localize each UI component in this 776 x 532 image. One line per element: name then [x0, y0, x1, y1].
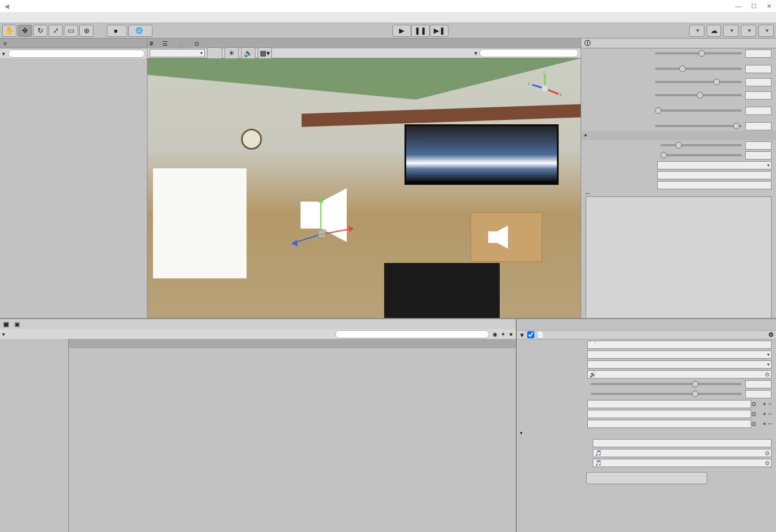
tab-project[interactable]: ▣: [3, 321, 9, 328]
maximize-icon[interactable]: ☐: [751, 3, 757, 10]
project-breadcrumb[interactable]: [69, 339, 516, 348]
orientation-gizmo-icon[interactable]: y x z: [526, 69, 564, 108]
scene-sofa: [384, 263, 500, 318]
volume-slider[interactable]: [655, 68, 742, 70]
scene-search[interactable]: [479, 49, 578, 57]
spatial-slider[interactable]: [655, 109, 742, 112]
scene-clock: [241, 129, 262, 150]
scale-tool[interactable]: ⤢: [48, 25, 63, 37]
script-field[interactable]: 📄: [587, 341, 772, 349]
on-stop-field[interactable]: [587, 410, 751, 418]
tab-game[interactable]: ☰: [162, 40, 170, 47]
spread-slider[interactable]: [660, 154, 742, 156]
svg-text:y: y: [543, 69, 545, 74]
max-pitch-input[interactable]: [745, 390, 772, 398]
playback-style-dropdown[interactable]: [587, 360, 772, 369]
vrc-audiobank-header[interactable]: ▼📄 ⚙: [517, 330, 776, 339]
account-button[interactable]: [723, 25, 739, 37]
gizmos-dropdown[interactable]: ▾: [474, 50, 477, 56]
clips-header[interactable]: ▼: [517, 429, 776, 438]
hierarchy-tab[interactable]: ≡: [0, 39, 147, 48]
cloud-icon[interactable]: ☁: [707, 25, 721, 37]
rolloff-chart[interactable]: [586, 196, 772, 318]
inspector-lower: ▼📄 ⚙ 📄 🔊⊙ ⊙+ − ⊙+ − ⊙+ − ▼ 🎵⊙ 🎵⊙: [516, 319, 776, 532]
volume-input[interactable]: [745, 65, 772, 73]
tab-scene[interactable]: #: [150, 40, 155, 47]
on-change-field[interactable]: [587, 420, 751, 428]
hierarchy-tree[interactable]: [0, 58, 147, 318]
hierarchy-create[interactable]: ▾: [2, 51, 5, 57]
scene-whiteboard: [153, 168, 247, 278]
scene-tv: [405, 124, 559, 185]
main-toolbar: ✋ ✥ ↻ ⤢ ▭ ⊕ ■ 🌐 ▶ ❚❚ ▶❚ ☁: [0, 23, 776, 39]
playback-order-dropdown[interactable]: [587, 350, 772, 359]
project-folder-tree[interactable]: [0, 339, 69, 532]
on-play-field[interactable]: [587, 400, 751, 408]
doppler-slider[interactable]: [660, 144, 742, 146]
filter-icon[interactable]: ◉: [493, 331, 498, 337]
pivot-button[interactable]: ■: [107, 25, 127, 37]
vrc-enabled-checkbox[interactable]: [527, 331, 534, 338]
mode-2d[interactable]: [207, 47, 222, 59]
hierarchy-panel: ≡ ▾: [0, 39, 147, 318]
close-icon[interactable]: ✕: [767, 3, 772, 10]
svg-marker-5: [291, 240, 298, 246]
pitch-input[interactable]: [745, 78, 772, 86]
maxdist-input[interactable]: [657, 181, 772, 189]
priority-slider[interactable]: [655, 52, 742, 54]
step-button[interactable]: ▶❚: [430, 25, 449, 37]
hierarchy-search[interactable]: [8, 50, 145, 58]
audio-toggle[interactable]: 🔊: [241, 47, 255, 59]
rect-tool[interactable]: ▭: [64, 25, 78, 37]
project-create[interactable]: ▾: [2, 331, 5, 337]
hand-tool[interactable]: ✋: [2, 25, 17, 37]
stereo-slider[interactable]: [655, 94, 742, 96]
rotate-tool[interactable]: ↻: [33, 25, 47, 37]
scene-viewport[interactable]: y x z: [147, 58, 581, 318]
min-pitch-slider[interactable]: [591, 383, 742, 385]
assets-grid[interactable]: [69, 348, 516, 532]
save-search-icon[interactable]: ★: [509, 331, 513, 337]
component-gear-icon[interactable]: ⚙: [768, 331, 774, 338]
transform-tool[interactable]: ⊕: [79, 25, 94, 37]
minimize-icon[interactable]: —: [735, 3, 741, 10]
source-field[interactable]: 🔊⊙: [587, 370, 772, 379]
pitch-slider[interactable]: [655, 81, 742, 83]
layout-button[interactable]: [758, 25, 774, 37]
tab-asset-store[interactable]: 🛒: [177, 40, 187, 47]
rolloff-dropdown[interactable]: [657, 161, 772, 169]
doppler-input[interactable]: [745, 141, 772, 150]
unity-logo-icon: ◀: [4, 3, 9, 10]
scene-panel: # ☰ 🛒 ⊙ ☀ 🔊 ▦▾ ▾: [147, 39, 581, 318]
spatial-input[interactable]: [745, 107, 772, 115]
fx-toggle[interactable]: ▦▾: [258, 47, 272, 59]
clips-size-input[interactable]: [593, 439, 772, 447]
stereo-input[interactable]: [745, 91, 772, 100]
move-tool[interactable]: ✥: [18, 25, 32, 37]
collab-button[interactable]: [689, 25, 704, 37]
mindist-input[interactable]: [657, 171, 772, 179]
reverb-slider[interactable]: [655, 125, 742, 127]
add-component-button[interactable]: [586, 472, 707, 484]
pause-button[interactable]: ❚❚: [411, 25, 430, 37]
global-button[interactable]: 🌐: [128, 25, 152, 37]
shaded-dropdown[interactable]: [150, 49, 205, 57]
element1-field[interactable]: 🎵⊙: [593, 459, 772, 467]
play-button[interactable]: ▶: [392, 25, 411, 37]
tab-console[interactable]: ▣: [14, 321, 20, 328]
priority-input[interactable]: [745, 50, 772, 58]
element0-field[interactable]: 🎵⊙: [593, 449, 772, 457]
svg-point-13: [542, 85, 548, 92]
filter2-icon[interactable]: ✦: [501, 331, 505, 337]
max-pitch-slider[interactable]: [591, 393, 742, 395]
3d-sound-header[interactable]: ▼: [581, 131, 776, 140]
layers-button[interactable]: [741, 25, 756, 37]
move-gizmo-icon[interactable]: [288, 190, 354, 256]
reverb-input[interactable]: [745, 122, 772, 130]
tab-animation[interactable]: ⊙: [194, 40, 201, 47]
min-pitch-input[interactable]: [745, 380, 772, 388]
spread-input[interactable]: [745, 151, 772, 160]
project-search[interactable]: [335, 330, 489, 338]
lighting-toggle[interactable]: ☀: [225, 47, 239, 59]
inspector-tab[interactable]: ⓘ: [581, 39, 776, 48]
